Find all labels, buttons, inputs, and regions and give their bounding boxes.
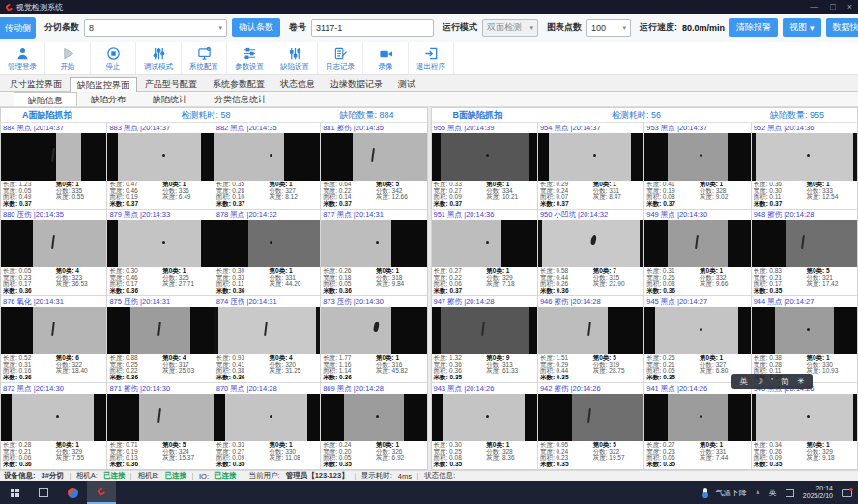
subtab-defect-statistics[interactable]: 缺陷统计 xyxy=(139,92,201,106)
defect-tile[interactable]: 877 黑点 |20:14:31 长度: 0.26 宽度: 0.18 面积: 0… xyxy=(321,210,426,295)
ime-bar-item[interactable]: ’ xyxy=(771,377,773,386)
debug-mode-button[interactable]: 调试模式 xyxy=(136,42,182,74)
confirm-count-button[interactable]: 确认条数 xyxy=(232,18,280,37)
subtab-defect-distribution[interactable]: 缺陷分布 xyxy=(77,92,139,106)
defect-tile[interactable]: 870 黑点 |20:14:28 长度: 0.33 宽度: 0.27 面积: 0… xyxy=(214,383,320,469)
defect-tile-header: 948 擦伤 |20:14:28 xyxy=(752,210,857,220)
defect-tile-header: 946 擦伤 |20:14:28 xyxy=(538,296,644,307)
ime-indicator[interactable]: 英 xyxy=(769,488,777,498)
clear-alarm-button[interactable]: 清除报警 xyxy=(729,18,778,37)
defect-tile-header: 942 擦伤 |20:14:26 xyxy=(538,383,644,394)
tab-product-model-config[interactable]: 产品型号配置 xyxy=(137,76,205,91)
defect-tile[interactable]: 882 黑点 |20:14:35 长度: 0.35 宽度: 0.28 面积: 0… xyxy=(214,123,320,209)
defect-tile[interactable]: 945 黑点 |20:14:27 长度: 0.25 宽度: 0.21 面积: 0… xyxy=(644,296,750,382)
tab-status-info[interactable]: 状态信息 xyxy=(272,76,323,91)
run-mode-select[interactable]: 双面检测 ▾ xyxy=(482,19,538,37)
chevron-down-icon: ▾ xyxy=(526,24,533,32)
params-settings-button[interactable]: 参数设置 xyxy=(227,42,272,74)
tray-expand-icon[interactable]: ∧ xyxy=(756,489,760,496)
ime-bar-item[interactable]: 英 xyxy=(739,376,748,388)
defect-info: 长度: 0.28 宽度: 0.21 面积: 0.06 米数: 0.36 第0类:… xyxy=(1,441,106,469)
defect-tile[interactable]: 950 小凹坑 |20:14:32 长度: 0.58 宽度: 0.44 面积: … xyxy=(538,210,644,295)
stop-button[interactable]: 停止 xyxy=(91,42,136,74)
defect-tile[interactable]: 951 黑点 |20:14:36 长度: 0.27 宽度: 0.22 面积: 0… xyxy=(432,210,537,295)
record-video-button[interactable]: 录像 xyxy=(363,42,409,74)
admin-login-button[interactable]: 管理登录 xyxy=(0,42,45,74)
defect-tile[interactable]: 953 黑点 |20:14:37 长度: 0.41 宽度: 0.19 面积: 0… xyxy=(644,123,750,209)
defect-tile[interactable]: 955 黑点 |20:14:39 长度: 0.33 宽度: 0.27 面积: 0… xyxy=(432,123,537,209)
defect-tile[interactable]: 884 黑点 |20:14:37 长度: 1.23 宽度: 0.05 面积: 0… xyxy=(1,123,106,209)
start-button[interactable] xyxy=(0,481,29,504)
slit-count-select[interactable]: 8 ▾ xyxy=(84,19,227,37)
roll-number-input[interactable] xyxy=(311,19,434,37)
panel-b-title: B面缺陷抓拍 xyxy=(453,109,503,122)
defect-tile[interactable]: 947 擦伤 |20:14:28 长度: 1.32 宽度: 0.36 面积: 0… xyxy=(432,296,537,382)
exit-program-button[interactable]: 退出程序 xyxy=(409,42,454,74)
defect-tile[interactable]: 941 黑点 |20:14:26 长度: 0.27 宽度: 0.23 面积: 0… xyxy=(644,383,750,469)
tab-size-monitor[interactable]: 尺寸监控界面 xyxy=(2,76,70,91)
tab-edge-data-record[interactable]: 边缘数据记录 xyxy=(323,76,390,91)
data-quick-access-menu-button[interactable]: 数据快捷访问▾ xyxy=(826,18,858,37)
defect-tile[interactable]: 946 擦伤 |20:14:28 长度: 1.51 宽度: 0.29 面积: 0… xyxy=(538,296,644,382)
tab-system-params-config[interactable]: 系统参数配置 xyxy=(205,76,272,91)
minimize-button[interactable]: — xyxy=(810,0,818,14)
subtab-defect-info[interactable]: 缺陷信息 xyxy=(14,92,77,106)
defect-tile[interactable]: 949 黑点 |20:14:30 长度: 0.31 宽度: 0.26 面积: 0… xyxy=(644,210,750,295)
weather-text[interactable]: 气温下降 xyxy=(716,488,747,498)
maximize-button[interactable]: □ xyxy=(830,0,835,14)
defect-tile[interactable]: 875 压伤 |20:14:31 长度: 0.88 宽度: 0.25 面积: 0… xyxy=(107,296,213,382)
defect-tile-header: 951 黑点 |20:14:36 xyxy=(432,210,537,220)
defect-tile[interactable]: 869 黑点 |20:14:28 长度: 0.24 宽度: 0.20 面积: 0… xyxy=(321,383,426,469)
ime-bar-item[interactable]: ☽ xyxy=(756,377,763,386)
defect-tile[interactable]: 876 氧化 |20:14:31 长度: 0.52 宽度: 0.31 面积: 0… xyxy=(1,296,106,382)
start-button[interactable]: 开始 xyxy=(45,42,91,74)
system-config-button[interactable]: 系统配置 xyxy=(182,42,227,74)
defect-tile[interactable]: 871 擦伤 |20:14:30 长度: 0.71 宽度: 0.19 面积: 0… xyxy=(107,383,213,469)
defect-tile[interactable]: 954 黑点 |20:14:37 长度: 0.29 宽度: 0.24 面积: 0… xyxy=(538,123,644,209)
tab-defect-monitor[interactable]: 缺陷监控界面 xyxy=(70,77,137,92)
close-button[interactable]: × xyxy=(847,0,852,14)
defect-tile-header: 952 黑点 |20:14:36 xyxy=(752,123,857,133)
defect-tile[interactable]: 880 压伤 |20:14:35 长度: 0.05 宽度: 0.23 面积: 0… xyxy=(1,210,106,295)
defect-tile[interactable]: 878 黑点 |20:14:32 长度: 0.30 宽度: 0.33 面积: 0… xyxy=(214,210,320,295)
defect-settings-button[interactable]: 缺陷设置 xyxy=(272,42,318,74)
defect-image xyxy=(432,394,537,441)
tray-icon[interactable] xyxy=(786,489,794,497)
defect-tile[interactable]: 879 黑点 |20:14:33 长度: 0.30 宽度: 0.46 面积: 0… xyxy=(107,210,213,295)
taskbar-browser-icon[interactable] xyxy=(58,481,87,504)
app-title: 视觉检测系统 xyxy=(16,2,63,13)
taskbar-clock[interactable]: 20:14 2025/2/10 xyxy=(803,485,833,500)
top-toolbar: 传动侧 分切条数 8 ▾ 确认条数 卷号 运行模式 双面检测 ▾ 图表点数 10… xyxy=(0,14,858,42)
defect-tile[interactable]: 944 黑点 |20:14:27 长度: 0.38 宽度: 0.28 面积: 0… xyxy=(752,296,857,382)
chart-points-select[interactable]: 100 ▾ xyxy=(586,19,631,37)
view-menu-button[interactable]: 视图▾ xyxy=(783,18,821,37)
defect-tile[interactable]: 952 黑点 |20:14:36 长度: 0.36 宽度: 0.30 面积: 0… xyxy=(752,123,857,209)
tab-test[interactable]: 测试 xyxy=(390,76,423,91)
defect-tile-header: 871 擦伤 |20:14:30 xyxy=(107,383,213,394)
drive-side-button[interactable]: 传动侧 xyxy=(0,17,36,39)
defect-tile[interactable]: 873 压伤 |20:14:30 长度: 1.77 宽度: 1.16 面积: 1… xyxy=(321,296,426,382)
notification-center-icon[interactable] xyxy=(842,489,852,497)
defect-image xyxy=(1,133,106,181)
defect-tile[interactable]: 883 黑点 |20:14:37 长度: 0.47 宽度: 0.46 面积: 0… xyxy=(107,123,213,209)
ime-bar-item[interactable]: ✳ xyxy=(797,377,805,386)
taskbar-inspection-app-icon[interactable] xyxy=(87,481,116,504)
taskbar-app-icon[interactable] xyxy=(29,481,58,504)
defect-tile[interactable]: 872 黑点 |20:14:30 长度: 0.28 宽度: 0.21 面积: 0… xyxy=(1,383,106,469)
defect-image xyxy=(752,307,857,354)
ime-bar-item[interactable]: 简 xyxy=(781,376,789,388)
defect-tile[interactable]: 942 擦伤 |20:14:26 长度: 0.95 宽度: 0.24 面积: 0… xyxy=(538,383,644,469)
defect-info: 长度: 0.34 宽度: 0.26 面积: 0.09 米数: 0.35 第0类:… xyxy=(752,441,857,469)
defect-tile[interactable]: 943 黑点 |20:14:26 长度: 0.30 宽度: 0.25 面积: 0… xyxy=(432,383,537,469)
defect-info: 长度: 0.58 宽度: 0.44 面积: 0.26 米数: 0.36 第0类:… xyxy=(538,267,644,295)
defect-tile[interactable]: 940 黑点 |20:14:26 长度: 0.34 宽度: 0.26 面积: 0… xyxy=(752,383,857,469)
defect-image xyxy=(1,307,106,354)
defect-tile[interactable]: 881 擦伤 |20:14:35 长度: 0.64 宽度: 0.22 面积: 0… xyxy=(321,123,426,209)
defect-tile[interactable]: 874 压伤 |20:14:31 长度: 0.93 宽度: 0.41 面积: 0… xyxy=(214,296,320,382)
defect-gray: 灰度: 36.53 xyxy=(56,281,105,288)
ime-language-bar[interactable]: 英☽’简✳ xyxy=(731,374,813,389)
subtab-class-info-statistics[interactable]: 分类信息统计 xyxy=(201,92,280,106)
defect-tile[interactable]: 948 擦伤 |20:14:28 长度: 0.83 宽度: 0.21 面积: 0… xyxy=(752,210,857,295)
log-record-button[interactable]: 日志记录 xyxy=(318,42,363,74)
defect-image xyxy=(107,220,213,267)
